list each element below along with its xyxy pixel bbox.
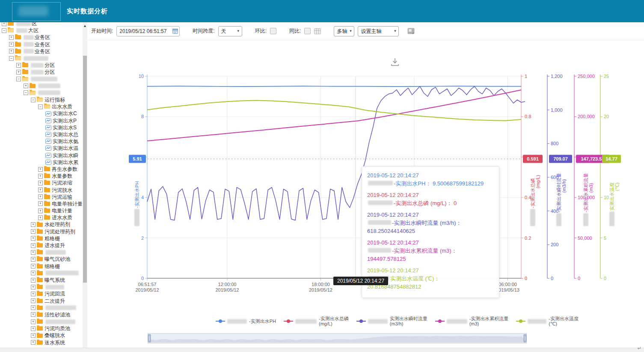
tree-folder-item[interactable]: +叠螺脱水 xyxy=(0,332,82,339)
tree-folder-item[interactable]: +污泥处理药剂 xyxy=(0,228,82,235)
expand-icon[interactable]: + xyxy=(38,167,43,172)
collapse-icon[interactable]: − xyxy=(31,98,36,102)
axis-mode-select[interactable]: 多轴 ▼ xyxy=(334,26,354,36)
legend-item[interactable]: -实测出水温度(℃) xyxy=(516,316,579,326)
tree-folder-item[interactable]: +粗格栅 xyxy=(0,235,82,242)
tree-leaf-item[interactable]: 实测出水瞬 xyxy=(0,152,82,159)
expand-icon[interactable]: + xyxy=(31,292,36,296)
tree-folder-item[interactable]: +进水水质 xyxy=(0,214,82,221)
tree-folder-item[interactable]: +区 xyxy=(0,22,82,27)
collapse-icon[interactable]: − xyxy=(24,90,28,95)
tongbi-checkbox[interactable] xyxy=(304,28,311,34)
tree-folder-item[interactable]: +细格栅 xyxy=(0,263,82,270)
legend-item[interactable]: -实测出水总磷(mg/L) xyxy=(284,316,349,326)
compare-table-icon[interactable] xyxy=(314,28,321,34)
start-time-input[interactable] xyxy=(116,26,180,36)
expand-icon[interactable]: + xyxy=(31,340,36,345)
datazoom-slider[interactable] xyxy=(148,333,527,343)
tree-leaf-item[interactable]: 实测出水温 xyxy=(0,145,82,152)
collapse-icon[interactable]: − xyxy=(38,104,43,109)
tree-folder-item[interactable]: + xyxy=(0,249,82,256)
tree-leaf-item[interactable]: 实测出水总 xyxy=(0,131,82,138)
expand-icon[interactable]: + xyxy=(31,222,36,227)
expand-icon[interactable]: + xyxy=(31,278,36,283)
expand-icon[interactable]: + xyxy=(31,264,36,268)
tree-folder-item[interactable]: +活性砂滤池 xyxy=(0,311,82,318)
expand-icon[interactable]: + xyxy=(38,209,43,213)
calendar-icon[interactable] xyxy=(172,28,178,34)
tree-folder-item[interactable]: −出水水质 xyxy=(0,103,82,110)
legend-item[interactable]: -实测出水PH xyxy=(216,319,276,324)
tree-folder-item[interactable]: +水处理药剂 xyxy=(0,221,82,228)
legend-item[interactable]: -实测出水累积流量(m3) xyxy=(435,316,509,326)
expand-icon[interactable]: + xyxy=(38,181,43,185)
expand-icon[interactable]: + xyxy=(31,229,36,234)
horizontal-scrollbar[interactable]: ↵ xyxy=(0,348,644,352)
expand-icon[interactable]: + xyxy=(16,63,21,68)
expand-icon[interactable]: + xyxy=(31,257,36,262)
tree-folder-item[interactable]: −大区 xyxy=(0,27,82,34)
tree-folder-item[interactable]: − xyxy=(0,89,82,96)
tree-folder-item[interactable]: +电量单独计量 xyxy=(0,200,82,207)
expand-icon[interactable]: + xyxy=(31,298,36,303)
tree-folder-item[interactable]: +分区 xyxy=(0,69,82,75)
tree-folder-item[interactable]: +再生水参数 xyxy=(0,166,82,173)
legend-item[interactable]: 实测出水瞬时流量(m3/h) xyxy=(356,316,427,326)
expand-icon[interactable]: + xyxy=(31,250,36,255)
tree-folder-item[interactable]: +业务区 xyxy=(0,41,82,48)
tree-folder-item[interactable]: +分区 xyxy=(0,62,82,69)
sidebar-scrollbar[interactable]: ▲ xyxy=(83,22,87,348)
tree-folder-item[interactable]: − xyxy=(0,55,82,62)
expand-icon[interactable]: + xyxy=(16,70,21,75)
tree-folder-item[interactable]: +送水系统 xyxy=(0,339,82,346)
tree-folder-item[interactable]: +污泥运输 xyxy=(0,194,82,200)
tree-leaf-item[interactable]: 实测出水氨 xyxy=(0,138,82,145)
tree-folder-item[interactable]: +曝气系统 xyxy=(0,277,82,283)
expand-icon[interactable]: + xyxy=(9,35,14,40)
tree-folder-item[interactable]: +进水提升 xyxy=(0,242,82,249)
tree-folder-item[interactable]: +曝气沉砂池 xyxy=(0,256,82,263)
expand-icon[interactable]: + xyxy=(9,42,14,47)
tree-folder-item[interactable]: +污泥脱水 xyxy=(0,187,82,194)
expand-icon[interactable]: + xyxy=(38,194,43,199)
tree-leaf-item[interactable]: 实测出水累 xyxy=(0,159,82,166)
expand-icon[interactable]: + xyxy=(38,188,43,192)
tree-folder-item[interactable]: +二次提升 xyxy=(0,298,82,304)
export-image-icon[interactable] xyxy=(407,28,415,34)
tree-folder-item[interactable]: + xyxy=(0,283,82,290)
huanbi-checkbox[interactable] xyxy=(270,28,276,34)
expand-icon[interactable]: + xyxy=(38,174,43,179)
expand-icon[interactable]: + xyxy=(31,326,36,331)
collapse-icon[interactable]: − xyxy=(16,77,21,81)
expand-icon[interactable]: + xyxy=(2,22,6,26)
expand-icon[interactable]: + xyxy=(31,243,36,248)
expand-icon[interactable]: + xyxy=(38,215,43,220)
tree-folder-item[interactable]: − xyxy=(0,76,82,83)
expand-icon[interactable]: + xyxy=(38,201,43,206)
tree-leaf-item[interactable]: 实测出水S xyxy=(0,124,82,131)
tree-folder-item[interactable]: + xyxy=(0,304,82,311)
tree-folder-item[interactable]: +污泥回流 xyxy=(0,290,82,297)
expand-icon[interactable]: + xyxy=(31,305,36,310)
expand-icon[interactable]: + xyxy=(24,84,28,88)
tree-folder-item[interactable]: +污泥浓缩 xyxy=(0,179,82,186)
collapse-icon[interactable]: − xyxy=(2,28,6,33)
expand-icon[interactable]: + xyxy=(9,49,14,54)
tree-folder-item[interactable]: +业务区 xyxy=(0,34,82,41)
tree-leaf-item[interactable]: 实测出水C xyxy=(0,110,82,117)
expand-icon[interactable]: + xyxy=(31,285,36,289)
collapse-icon[interactable]: − xyxy=(9,56,14,61)
tree-folder-item[interactable]: −运行指标 xyxy=(0,96,82,103)
main-axis-select[interactable]: 设置主轴 ▼ xyxy=(358,26,399,36)
expand-icon[interactable]: + xyxy=(31,271,36,275)
tree-folder-item[interactable]: +污泥均质池 xyxy=(0,325,82,332)
tree-folder-item[interactable]: + xyxy=(0,270,82,277)
tree-folder-item[interactable]: +业务区 xyxy=(0,48,82,55)
expand-icon[interactable]: + xyxy=(31,319,36,324)
scrollbar-thumb[interactable] xyxy=(83,56,87,283)
time-span-select[interactable]: 天 ▼ xyxy=(218,26,242,36)
tree-folder-item[interactable]: + xyxy=(0,318,82,325)
tree-folder-item[interactable]: + xyxy=(0,83,82,89)
scroll-up-icon[interactable]: ▲ xyxy=(83,23,87,29)
expand-icon[interactable]: + xyxy=(31,312,36,317)
